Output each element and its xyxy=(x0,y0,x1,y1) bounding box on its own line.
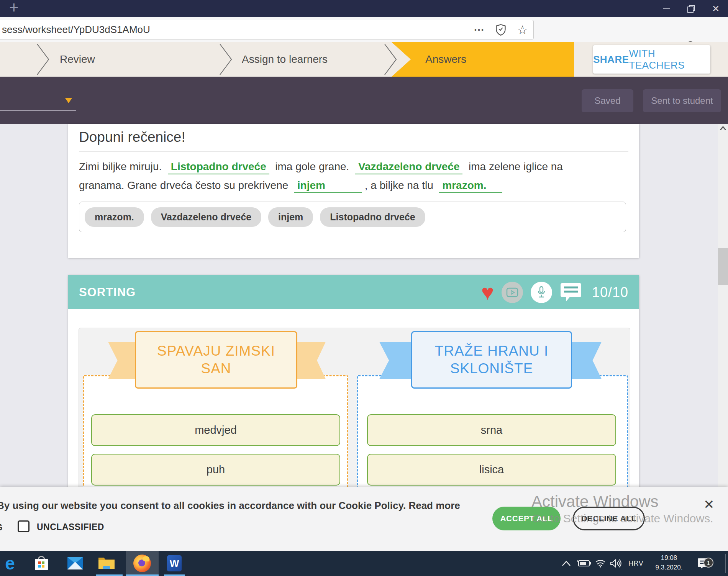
video-button[interactable] xyxy=(502,282,523,303)
taskbar-file-explorer-button[interactable] xyxy=(97,551,116,576)
close-button[interactable]: ✕ xyxy=(703,0,728,17)
microphone-button[interactable] xyxy=(531,282,552,303)
fill-paragraph: Zimi biljke miruju. Listopadno drveće im… xyxy=(79,157,600,195)
edge-icon: e xyxy=(5,553,15,574)
chevron-up-icon xyxy=(562,560,571,566)
minimize-button[interactable] xyxy=(654,0,679,17)
step-chevron-icon xyxy=(36,44,49,75)
wifi-icon xyxy=(595,559,606,568)
category-banner-right: TRAŽE HRANU I SKLONIŠTE xyxy=(411,331,572,389)
restore-icon xyxy=(687,5,695,13)
firefox-icon xyxy=(133,555,151,572)
minimize-icon xyxy=(663,8,670,9)
worksheet-toolbar: Saved Sent to student xyxy=(0,77,728,124)
tab-answers-active[interactable]: Answers xyxy=(392,42,574,77)
battery-icon xyxy=(577,560,591,567)
bookmark-star-icon[interactable]: ☆ xyxy=(517,23,528,37)
blank-answer[interactable]: Listopadno drveće xyxy=(168,161,269,174)
dropdown-underline xyxy=(0,110,76,111)
share-with-teachers-button[interactable]: SHARE WITH TEACHERS xyxy=(593,45,710,74)
volume-icon xyxy=(610,559,621,568)
close-icon: ✕ xyxy=(712,3,720,14)
worksheet-stepper: Review Assign to learners Answers SHARE … xyxy=(0,42,728,77)
saved-status-button[interactable]: Saved xyxy=(582,89,633,112)
unclassified-label: UNCLASSIFIED xyxy=(37,522,104,532)
scrollbar-thumb[interactable] xyxy=(718,248,728,285)
tray-time: 19:08 xyxy=(651,553,687,563)
sort-item[interactable]: medvjed xyxy=(91,414,340,446)
tab-assign-to-learners[interactable]: Assign to learners xyxy=(242,42,328,77)
video-icon xyxy=(506,287,518,297)
tray-battery-button[interactable] xyxy=(577,551,591,576)
dropdown-caret-icon[interactable] xyxy=(65,98,72,103)
tab-review[interactable]: Review xyxy=(60,42,95,77)
cookie-message-text: By using our website you consent to all … xyxy=(0,500,408,511)
score-badge: 10/10 xyxy=(592,284,628,300)
share-label-rest: WITH TEACHERS xyxy=(629,48,710,71)
sort-item[interactable]: srna xyxy=(367,414,616,446)
divider xyxy=(79,151,628,152)
new-tab-icon[interactable]: + xyxy=(9,0,19,17)
paragraph-text: , a biljke na tlu xyxy=(362,179,439,191)
word-bank-chip[interactable]: Vazdazeleno drveće xyxy=(151,207,261,227)
scroll-up-icon[interactable] xyxy=(720,126,726,131)
sorted-items-left: medvjedpuh xyxy=(91,414,340,486)
heart-icon[interactable]: ♥ xyxy=(481,282,494,303)
word-bank-chip[interactable]: injem xyxy=(268,207,313,227)
word-bank-chip[interactable]: Listopadno drveće xyxy=(320,207,425,227)
screen: + ✕ sess/worksheet/YpDU3dS1AMoU ⋯ ☆ xyxy=(0,0,728,576)
sent-to-student-button[interactable]: Sent to student xyxy=(643,89,721,112)
tracking-shield-icon[interactable] xyxy=(495,24,506,36)
read-more-link[interactable]: Read more xyxy=(408,500,460,511)
comment-icon[interactable] xyxy=(560,282,582,302)
notification-badge: 1 xyxy=(703,558,713,568)
activate-windows-watermark-line2: Go to Settings to activate Windows. xyxy=(532,512,713,525)
word-icon: W xyxy=(167,555,182,571)
show-desktop-divider[interactable] xyxy=(725,554,726,573)
tray-date: 9.3.2020. xyxy=(651,563,687,573)
sorted-items-right: srnalisica xyxy=(367,414,616,486)
microphone-icon xyxy=(537,286,546,299)
restore-button[interactable] xyxy=(679,0,703,17)
running-app-indicator xyxy=(126,574,159,576)
paragraph-text: Zimi biljke miruju. xyxy=(79,161,168,172)
clipped-text-fragment: G xyxy=(0,522,3,533)
step-chevron-icon xyxy=(384,44,397,75)
blank-answer[interactable]: injem xyxy=(294,179,362,193)
tray-chevron-button[interactable] xyxy=(562,551,571,576)
store-icon xyxy=(33,555,49,572)
task-title: Dopuni rečenice! xyxy=(79,129,628,145)
cookie-close-icon[interactable]: ✕ xyxy=(703,497,715,512)
mail-icon xyxy=(67,557,84,569)
url-text: sess/worksheet/YpDU3dS1AMoU xyxy=(2,24,150,36)
tray-notification-button[interactable]: 1 xyxy=(697,551,720,576)
blank-answer[interactable]: mrazom. xyxy=(439,179,502,193)
taskbar-edge-button[interactable]: e xyxy=(0,551,20,576)
sorting-title: SORTING xyxy=(79,286,136,299)
word-bank: mrazom.Vazdazeleno drvećeinjemListopadno… xyxy=(79,202,626,232)
url-bar[interactable]: sess/worksheet/YpDU3dS1AMoU ⋯ ☆ xyxy=(0,20,534,39)
unclassified-checkbox[interactable] xyxy=(18,520,30,532)
tray-language-button[interactable]: HRV xyxy=(628,551,643,576)
word-bank-chip[interactable]: mrazom. xyxy=(85,207,144,227)
tab-answers-label: Answers xyxy=(425,42,466,77)
fill-in-card: Dopuni rečenice! Zimi biljke miruju. Lis… xyxy=(68,124,639,258)
page-actions-icon[interactable]: ⋯ xyxy=(474,23,485,36)
tray-volume-button[interactable] xyxy=(610,551,621,576)
browser-titlebar: + ✕ xyxy=(0,0,728,17)
taskbar-mail-button[interactable] xyxy=(65,551,85,576)
running-app-indicator xyxy=(164,574,185,576)
taskbar-store-button[interactable] xyxy=(31,551,51,576)
activate-windows-watermark: Activate Windows xyxy=(531,492,658,511)
blank-answer[interactable]: Vazdazeleno drveće xyxy=(355,161,463,174)
tray-clock-button[interactable]: 19:08 9.3.2020. xyxy=(651,553,687,572)
browser-toolbar: sess/worksheet/YpDU3dS1AMoU ⋯ ☆ xyxy=(0,17,728,42)
share-label-bold: SHARE xyxy=(593,54,629,66)
sort-item[interactable]: puh xyxy=(91,454,340,486)
tray-wifi-button[interactable] xyxy=(595,551,606,576)
taskbar-firefox-button[interactable] xyxy=(130,551,154,576)
step-chevron-icon xyxy=(219,44,232,75)
sort-item[interactable]: lisica xyxy=(367,454,616,486)
running-app-indicator xyxy=(96,574,123,576)
taskbar-word-button[interactable]: W xyxy=(164,551,185,576)
